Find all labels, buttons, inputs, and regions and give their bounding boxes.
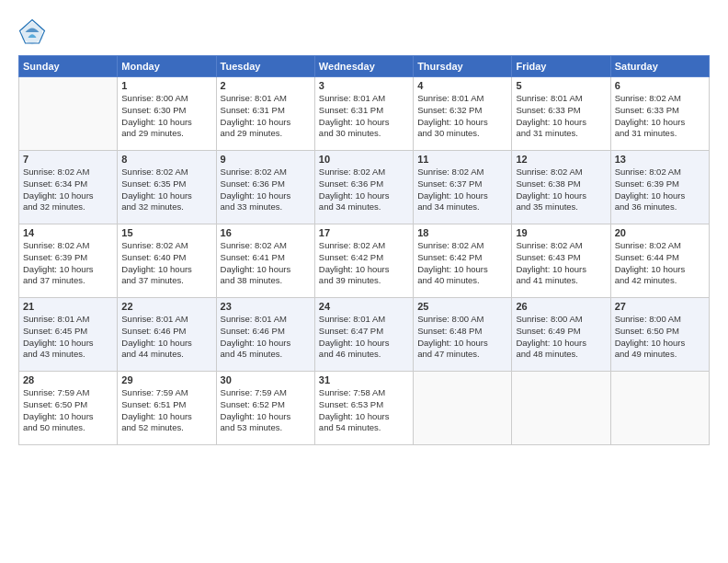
day-info: Sunrise: 8:02 AM Sunset: 6:33 PM Dayligh… — [615, 93, 705, 140]
day-number: 17 — [319, 227, 409, 238]
calendar-cell — [19, 77, 118, 151]
calendar-table: SundayMondayTuesdayWednesdayThursdayFrid… — [18, 55, 710, 445]
day-number: 2 — [221, 80, 311, 91]
calendar-cell: 9Sunrise: 8:02 AM Sunset: 6:36 PM Daylig… — [216, 151, 314, 224]
calendar-cell: 30Sunrise: 7:59 AM Sunset: 6:52 PM Dayli… — [216, 372, 314, 445]
day-number: 21 — [23, 301, 113, 312]
calendar-cell: 3Sunrise: 8:01 AM Sunset: 6:31 PM Daylig… — [314, 77, 413, 151]
logo-icon — [18, 18, 46, 46]
day-info: Sunrise: 8:02 AM Sunset: 6:39 PM Dayligh… — [615, 167, 705, 213]
calendar-cell: 23Sunrise: 8:01 AM Sunset: 6:46 PM Dayli… — [216, 298, 314, 372]
calendar-cell: 5Sunrise: 8:01 AM Sunset: 6:33 PM Daylig… — [512, 77, 610, 151]
day-number: 1 — [121, 80, 211, 91]
day-number: 10 — [319, 154, 409, 165]
day-info: Sunrise: 8:01 AM Sunset: 6:46 PM Dayligh… — [221, 314, 311, 361]
day-info: Sunrise: 8:01 AM Sunset: 6:31 PM Dayligh… — [319, 93, 409, 140]
day-info: Sunrise: 8:01 AM Sunset: 6:32 PM Dayligh… — [417, 93, 507, 140]
day-info: Sunrise: 8:02 AM Sunset: 6:44 PM Dayligh… — [615, 240, 705, 287]
day-info: Sunrise: 8:01 AM Sunset: 6:47 PM Dayligh… — [319, 314, 409, 361]
calendar-header-tuesday: Tuesday — [216, 56, 314, 77]
day-info: Sunrise: 8:02 AM Sunset: 6:35 PM Dayligh… — [121, 167, 211, 213]
calendar-cell — [610, 372, 709, 445]
calendar-cell: 24Sunrise: 8:01 AM Sunset: 6:47 PM Dayli… — [314, 298, 413, 372]
day-info: Sunrise: 7:59 AM Sunset: 6:52 PM Dayligh… — [221, 387, 311, 434]
calendar-cell: 10Sunrise: 8:02 AM Sunset: 6:36 PM Dayli… — [314, 151, 413, 224]
calendar-cell: 14Sunrise: 8:02 AM Sunset: 6:39 PM Dayli… — [19, 224, 118, 298]
day-info: Sunrise: 8:02 AM Sunset: 6:36 PM Dayligh… — [319, 167, 409, 213]
day-number: 18 — [417, 227, 507, 238]
day-info: Sunrise: 7:59 AM Sunset: 6:50 PM Dayligh… — [23, 387, 113, 434]
calendar-cell: 22Sunrise: 8:01 AM Sunset: 6:46 PM Dayli… — [118, 298, 216, 372]
day-number: 13 — [615, 154, 705, 165]
day-info: Sunrise: 8:02 AM Sunset: 6:38 PM Dayligh… — [516, 167, 606, 213]
calendar-header-monday: Monday — [118, 56, 216, 77]
day-number: 29 — [121, 374, 211, 385]
calendar-cell: 29Sunrise: 7:59 AM Sunset: 6:51 PM Dayli… — [118, 372, 216, 445]
calendar-cell: 1Sunrise: 8:00 AM Sunset: 6:30 PM Daylig… — [118, 77, 216, 151]
calendar-header-friday: Friday — [512, 56, 610, 77]
day-number: 16 — [221, 227, 311, 238]
day-number: 28 — [23, 374, 113, 385]
calendar-cell: 16Sunrise: 8:02 AM Sunset: 6:41 PM Dayli… — [216, 224, 314, 298]
header — [18, 18, 710, 46]
day-number: 9 — [221, 154, 311, 165]
day-info: Sunrise: 8:01 AM Sunset: 6:31 PM Dayligh… — [221, 93, 311, 140]
calendar-cell: 12Sunrise: 8:02 AM Sunset: 6:38 PM Dayli… — [512, 151, 610, 224]
day-number: 6 — [615, 80, 705, 91]
day-info: Sunrise: 8:02 AM Sunset: 6:43 PM Dayligh… — [516, 240, 606, 287]
calendar-cell: 8Sunrise: 8:02 AM Sunset: 6:35 PM Daylig… — [118, 151, 216, 224]
calendar-cell: 15Sunrise: 8:02 AM Sunset: 6:40 PM Dayli… — [118, 224, 216, 298]
day-number: 15 — [121, 227, 211, 238]
day-info: Sunrise: 7:59 AM Sunset: 6:51 PM Dayligh… — [121, 387, 211, 434]
day-info: Sunrise: 8:00 AM Sunset: 6:50 PM Dayligh… — [615, 314, 705, 361]
calendar-cell — [512, 372, 610, 445]
day-number: 24 — [319, 301, 409, 312]
calendar-cell: 19Sunrise: 8:02 AM Sunset: 6:43 PM Dayli… — [512, 224, 610, 298]
day-number: 27 — [615, 301, 705, 312]
calendar-cell: 11Sunrise: 8:02 AM Sunset: 6:37 PM Dayli… — [414, 151, 512, 224]
calendar-cell: 4Sunrise: 8:01 AM Sunset: 6:32 PM Daylig… — [414, 77, 512, 151]
day-number: 11 — [417, 154, 507, 165]
page-container: SundayMondayTuesdayWednesdayThursdayFrid… — [0, 0, 728, 563]
day-number: 8 — [121, 154, 211, 165]
calendar-cell: 13Sunrise: 8:02 AM Sunset: 6:39 PM Dayli… — [610, 151, 709, 224]
calendar-cell: 27Sunrise: 8:00 AM Sunset: 6:50 PM Dayli… — [610, 298, 709, 372]
day-info: Sunrise: 8:02 AM Sunset: 6:37 PM Dayligh… — [417, 167, 507, 213]
day-info: Sunrise: 8:02 AM Sunset: 6:40 PM Dayligh… — [121, 240, 211, 287]
calendar-cell: 18Sunrise: 8:02 AM Sunset: 6:42 PM Dayli… — [414, 224, 512, 298]
day-number: 12 — [516, 154, 606, 165]
day-number: 23 — [221, 301, 311, 312]
day-info: Sunrise: 8:01 AM Sunset: 6:33 PM Dayligh… — [516, 93, 606, 140]
calendar-header-thursday: Thursday — [414, 56, 512, 77]
day-info: Sunrise: 8:02 AM Sunset: 6:42 PM Dayligh… — [417, 240, 507, 287]
day-info: Sunrise: 8:00 AM Sunset: 6:30 PM Dayligh… — [121, 93, 211, 140]
day-number: 4 — [417, 80, 507, 91]
calendar-cell: 28Sunrise: 7:59 AM Sunset: 6:50 PM Dayli… — [19, 372, 118, 445]
calendar-cell: 25Sunrise: 8:00 AM Sunset: 6:48 PM Dayli… — [414, 298, 512, 372]
calendar-cell — [414, 372, 512, 445]
day-info: Sunrise: 8:02 AM Sunset: 6:39 PM Dayligh… — [23, 240, 113, 287]
calendar-week-row: 1Sunrise: 8:00 AM Sunset: 6:30 PM Daylig… — [19, 77, 710, 151]
calendar-header-saturday: Saturday — [610, 56, 709, 77]
day-info: Sunrise: 8:01 AM Sunset: 6:46 PM Dayligh… — [121, 314, 211, 361]
day-info: Sunrise: 8:02 AM Sunset: 6:41 PM Dayligh… — [221, 240, 311, 287]
calendar-week-row: 7Sunrise: 8:02 AM Sunset: 6:34 PM Daylig… — [19, 151, 710, 224]
calendar-cell: 20Sunrise: 8:02 AM Sunset: 6:44 PM Dayli… — [610, 224, 709, 298]
day-number: 26 — [516, 301, 606, 312]
day-number: 30 — [221, 374, 311, 385]
calendar-cell: 7Sunrise: 8:02 AM Sunset: 6:34 PM Daylig… — [19, 151, 118, 224]
calendar-week-row: 28Sunrise: 7:59 AM Sunset: 6:50 PM Dayli… — [19, 372, 710, 445]
logo — [18, 18, 50, 46]
day-number: 14 — [23, 227, 113, 238]
calendar-header-row: SundayMondayTuesdayWednesdayThursdayFrid… — [19, 56, 710, 77]
day-number: 5 — [516, 80, 606, 91]
day-info: Sunrise: 8:00 AM Sunset: 6:49 PM Dayligh… — [516, 314, 606, 361]
day-info: Sunrise: 7:58 AM Sunset: 6:53 PM Dayligh… — [319, 387, 409, 434]
calendar-cell: 17Sunrise: 8:02 AM Sunset: 6:42 PM Dayli… — [314, 224, 413, 298]
day-info: Sunrise: 8:02 AM Sunset: 6:42 PM Dayligh… — [319, 240, 409, 287]
calendar-header-sunday: Sunday — [19, 56, 118, 77]
day-number: 20 — [615, 227, 705, 238]
day-info: Sunrise: 8:02 AM Sunset: 6:34 PM Dayligh… — [23, 167, 113, 213]
calendar-cell: 2Sunrise: 8:01 AM Sunset: 6:31 PM Daylig… — [216, 77, 314, 151]
calendar-header-wednesday: Wednesday — [314, 56, 413, 77]
